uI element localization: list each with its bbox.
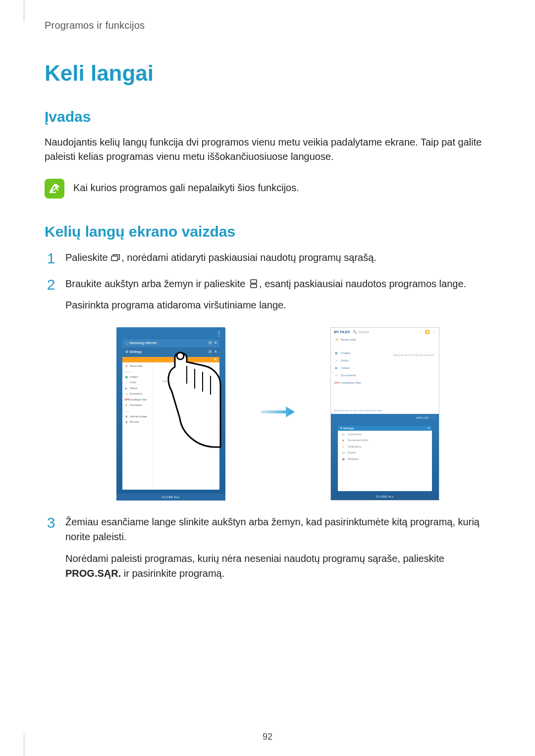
- arrow-right-icon: [260, 405, 296, 423]
- close-all-button: CLOSE ALL: [116, 494, 225, 501]
- close-icon: ✕: [214, 357, 217, 362]
- overflow-icon: ⋮: [216, 329, 222, 338]
- page-title: Keli langai: [45, 61, 490, 86]
- app-title: MY FILES: [334, 330, 350, 335]
- recent-app-card: ⚙ Settings ✕ ▭Connections ◈Sounds and vi…: [338, 426, 432, 491]
- chapter-header: Programos ir funkcijos: [45, 20, 490, 31]
- step1-text-a: Palieskite: [65, 252, 110, 263]
- note-text: Kai kurios programos gali nepalaikyti ši…: [73, 178, 299, 195]
- step2-text-b: , esantį paskiausiai naudotos programos …: [259, 278, 466, 289]
- bottom-pane: APP LIST ⋮ ⚙ Settings ✕ ▭Connections: [331, 414, 439, 500]
- recent-app-card-1: ◌ Samsung Internet ⊟✕: [122, 339, 219, 348]
- svg-rect-0: [111, 256, 118, 260]
- note-callout: Kai kurios programos gali nepalaikyti ši…: [45, 178, 490, 199]
- recent-app-card-2: ⚙ Settings ⊟✕: [122, 348, 219, 356]
- split-screen-icon: [248, 278, 259, 293]
- svg-rect-1: [251, 280, 257, 283]
- step-1: 1 Palieskite , norėdami atidaryti paskia…: [45, 250, 490, 267]
- preview-hint: Select an item from the list on the left: [393, 353, 434, 357]
- section-intro-heading: Įvadas: [45, 108, 490, 125]
- svg-rect-2: [251, 284, 257, 288]
- split-screen-icon: ⊟: [209, 340, 212, 346]
- overflow-icon: ⋮: [432, 330, 436, 335]
- note-icon: [45, 179, 64, 199]
- step3-text-d: ir pasirinkite programą.: [121, 568, 224, 579]
- page-number: 92: [0, 732, 535, 742]
- overflow-icon: ⋮: [432, 416, 435, 420]
- intro-paragraph: Naudojantis kelių langų funkcija dvi pro…: [45, 135, 490, 164]
- device-after: MY FILES 🔍 Search ▮ ⋮ ◔Recent files ____…: [330, 327, 439, 501]
- split-screen-icon: ⊟: [209, 349, 212, 355]
- illustration: ⋮ ◌ Samsung Internet ⊟✕ ⚙ Settings ⊟✕ ▣ …: [65, 327, 490, 501]
- step-2: 2 Braukite aukštyn arba žemyn ir paliesk…: [45, 276, 490, 505]
- storage-icon: ▮: [425, 330, 429, 334]
- close-icon: ✕: [214, 349, 217, 355]
- search-input: 🔍 Search: [353, 330, 369, 335]
- file-list: ◔Recent files _______ ▦Images ♪Audio ▶Vi…: [122, 362, 153, 490]
- top-pane: MY FILES 🔍 Search ▮ ⋮ ◔Recent files ____…: [331, 328, 439, 414]
- active-app: ✕ ◔Recent files _______ ▦Images ♪Audio ▶…: [122, 357, 219, 490]
- section-split-heading: Kelių langų ekrano vaizdas: [45, 223, 490, 240]
- step3-text-a: Žemiau esančiame lange slinkite aukštyn …: [65, 516, 480, 542]
- step-3: 3 Žemiau esančiame lange slinkite aukšty…: [45, 514, 490, 581]
- recents-icon: [110, 252, 121, 266]
- step2-text-c: Pasirinkta programa atidaroma viršutinia…: [65, 300, 286, 310]
- close-all-button: CLOSE ALL: [331, 493, 439, 500]
- side-categories: ◔Recent files ________ ▦Images ♪Audio ▶V…: [334, 338, 374, 406]
- step3-prog-sar: PROG.SĄR.: [65, 568, 121, 579]
- close-icon: ✕: [428, 426, 430, 431]
- app-list-label: APP LIST: [416, 416, 429, 420]
- step1-text-b: , norėdami atidaryti paskiausiai naudotų…: [121, 252, 376, 263]
- step3-text-b: Norėdami paleisti programas, kurių nėra …: [65, 553, 444, 564]
- step2-text-a: Braukite aukštyn arba žemyn ir palieskit…: [65, 278, 248, 289]
- close-icon: ✕: [214, 340, 217, 346]
- file-tip: Select an item to see more information h…: [334, 409, 382, 413]
- device-before: ⋮ ◌ Samsung Internet ⊟✕ ⚙ Settings ⊟✕ ▣ …: [116, 327, 225, 501]
- preview-hint: Select an item from the list on the left: [162, 380, 216, 384]
